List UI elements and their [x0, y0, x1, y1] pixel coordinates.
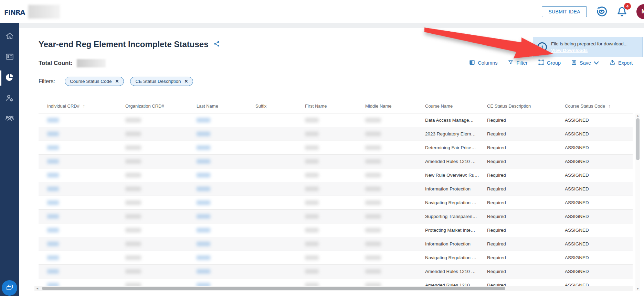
- redacted-name-link[interactable]: [197, 173, 210, 177]
- sidebar-item-organization-users[interactable]: [0, 110, 19, 128]
- table-row: Information Protection Required ASSIGNED: [39, 237, 633, 251]
- scroll-up-icon[interactable]: ▲: [635, 114, 640, 117]
- user-avatar[interactable]: M: [636, 4, 644, 19]
- redacted-crd-link[interactable]: [47, 132, 59, 136]
- redacted-value: [125, 159, 141, 164]
- filter-button[interactable]: Filter: [508, 59, 527, 66]
- filter-label: Filter: [516, 60, 527, 66]
- cell-first-name: [305, 113, 365, 127]
- cell-course-status: ASSIGNED: [565, 196, 633, 209]
- redacted-crd-link[interactable]: [47, 214, 59, 219]
- remove-filter-icon[interactable]: ✕: [184, 79, 188, 84]
- vertical-scroll-thumb[interactable]: [636, 118, 640, 160]
- cell-organization-crd: [125, 210, 197, 223]
- column-header-course-status-code[interactable]: Course Status Code ↑: [565, 99, 633, 113]
- column-header-ce-status-description[interactable]: CE Status Description: [487, 99, 565, 113]
- home-icon: [5, 32, 14, 42]
- cell-suffix: [255, 210, 305, 223]
- column-header-last-name[interactable]: Last Name: [197, 99, 255, 113]
- redacted-name-link[interactable]: [197, 214, 210, 219]
- redacted-name-link[interactable]: [197, 132, 210, 136]
- redacted-name-link[interactable]: [197, 187, 210, 191]
- cell-ce-status: Required: [487, 251, 565, 264]
- column-header-middle-name[interactable]: Middle Name: [365, 99, 425, 113]
- vertical-scrollbar[interactable]: ▲ ▼: [635, 113, 640, 291]
- cell-middle-name: [365, 265, 425, 278]
- cell-middle-name: [365, 182, 425, 196]
- cell-ce-status: Required: [487, 278, 565, 286]
- cell-course-status: ASSIGNED: [565, 278, 633, 286]
- column-header-first-name[interactable]: First Name: [305, 99, 365, 113]
- redacted-value: [125, 200, 141, 205]
- redacted-name-link[interactable]: [197, 269, 210, 274]
- redacted-crd-link[interactable]: [47, 242, 59, 246]
- cell-first-name: [305, 237, 365, 251]
- redacted-value: [365, 132, 381, 136]
- redacted-crd-link[interactable]: [47, 269, 59, 274]
- redacted-value: [125, 132, 141, 136]
- sidebar-windows-button[interactable]: [2, 280, 17, 296]
- redacted-crd-link[interactable]: [47, 118, 59, 122]
- redacted-name-link[interactable]: [197, 159, 210, 164]
- table-row: Protecting Market Inte… Required ASSIGNE…: [39, 223, 633, 237]
- redacted-crd-link[interactable]: [47, 255, 59, 260]
- redacted-value: [305, 228, 319, 232]
- redacted-crd-link[interactable]: [47, 283, 59, 286]
- cell-course-name: Amended Rules 1210 …: [425, 265, 487, 278]
- redacted-crd-link[interactable]: [47, 228, 59, 232]
- redacted-name-link[interactable]: [197, 228, 210, 232]
- redacted-name-link[interactable]: [197, 145, 210, 150]
- cell-last-name: [197, 265, 255, 278]
- sidebar-item-reports[interactable]: [0, 69, 19, 87]
- main-content: Year-end Reg Element Incomplete Statuses…: [19, 23, 644, 296]
- remove-filter-icon[interactable]: ✕: [115, 79, 119, 84]
- view-downloads-link[interactable]: View Downloads: [551, 48, 588, 53]
- users-icon: [5, 113, 14, 124]
- notifications-bell-icon[interactable]: 4: [616, 6, 627, 18]
- column-header-individual-crd[interactable]: Individual CRD# ↑: [39, 99, 125, 113]
- scroll-down-icon[interactable]: ▼: [635, 287, 640, 290]
- group-button[interactable]: Group: [538, 59, 561, 66]
- scroll-left-icon[interactable]: ◄: [34, 287, 40, 290]
- redacted-crd-link[interactable]: [47, 173, 59, 177]
- share-icon[interactable]: [213, 41, 220, 48]
- cell-organization-crd: [125, 278, 197, 286]
- redacted-crd-link[interactable]: [47, 187, 59, 191]
- cell-individual-crd: [39, 265, 125, 278]
- redacted-name-link[interactable]: [197, 242, 210, 246]
- column-header-suffix[interactable]: Suffix: [255, 99, 305, 113]
- redacted-crd-link[interactable]: [47, 159, 59, 164]
- redacted-name-link[interactable]: [197, 118, 210, 122]
- redacted-value: [365, 145, 381, 150]
- cell-ce-status: Required: [487, 265, 565, 278]
- horizontal-scroll-thumb[interactable]: [42, 287, 505, 290]
- horizontal-scrollbar[interactable]: ◄: [34, 286, 633, 291]
- sidebar-item-user-settings[interactable]: [0, 90, 19, 108]
- sidebar-item-home[interactable]: [0, 28, 19, 46]
- redacted-value: [305, 283, 319, 286]
- redacted-name-link[interactable]: [197, 283, 210, 286]
- cell-individual-crd: [39, 251, 125, 264]
- columns-button[interactable]: Columns: [469, 59, 497, 66]
- redacted-value: [305, 200, 319, 205]
- redacted-value: [125, 118, 141, 122]
- sidebar-item-profile[interactable]: [0, 48, 19, 66]
- filter-chip-ce-status-description[interactable]: CE Status Description ✕: [130, 77, 193, 86]
- redacted-value: [125, 228, 141, 232]
- column-header-organization-crd[interactable]: Organization CRD#: [125, 99, 197, 113]
- column-header-course-name[interactable]: Course Name: [425, 99, 487, 113]
- redacted-name-link[interactable]: [197, 200, 210, 205]
- redacted-crd-link[interactable]: [47, 145, 59, 150]
- export-button[interactable]: Export: [609, 59, 633, 66]
- finra-logo: FINRA: [4, 6, 25, 17]
- export-label: Export: [618, 60, 633, 66]
- filter-chip-course-status-code[interactable]: Course Status Code ✕: [65, 77, 124, 86]
- cell-course-status: ASSIGNED: [565, 251, 633, 264]
- cell-course-status: ASSIGNED: [565, 237, 633, 251]
- redacted-name-link[interactable]: [197, 255, 210, 260]
- save-button[interactable]: Save: [571, 59, 599, 66]
- history-replay-icon[interactable]: [596, 6, 608, 18]
- submit-idea-button[interactable]: SUBMIT IDEA: [542, 6, 587, 17]
- redacted-crd-link[interactable]: [47, 200, 59, 205]
- cell-ce-status: Required: [487, 237, 565, 251]
